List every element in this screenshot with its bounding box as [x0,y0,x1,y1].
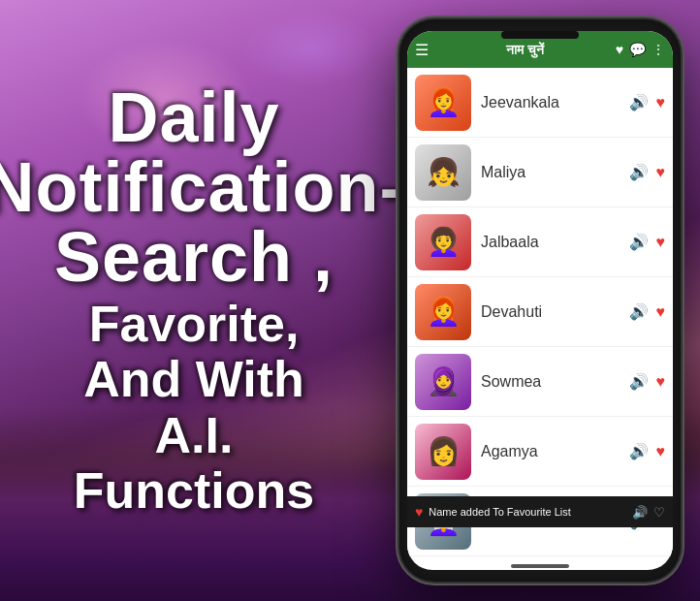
list-item[interactable]: 👩‍🦰 Jeevankala 🔊 ♥ [407,68,673,138]
headline-line3: Search , [54,218,334,296]
left-text-block: Daily Notification- Search , Favorite, A… [0,0,388,601]
headline: Daily Notification- Search , [0,82,403,292]
list-item[interactable]: 🧕 Sowmea 🔊 ♥ [407,347,673,417]
header-heart-icon[interactable]: ♥ [616,42,623,57]
sound-icon[interactable]: 🔊 [629,163,649,181]
subheadline: Favorite, And With A.I. Functions [74,297,314,519]
name-label: Sowmea [481,373,629,391]
name-list: 👩‍🦰 Jeevankala 🔊 ♥ 👧 Maliya 🔊 [407,68,673,556]
headline-line1: Daily [108,79,279,156]
list-item[interactable]: 👩‍🦰 Devahuti 🔊 ♥ [407,277,673,347]
sound-icon[interactable]: 🔊 [629,302,649,321]
heart-icon[interactable]: ♥ [656,234,666,251]
sound-icon[interactable]: 🔊 [629,233,649,251]
name-label: Devahuti [481,303,629,321]
toast-message: Name added To Favourite List [429,506,626,518]
name-label: Maliya [481,164,629,181]
heart-icon[interactable]: ♥ [656,164,666,181]
app-title: नाम चुनें [434,42,616,58]
list-item[interactable]: 👩 Agamya 🔊 ♥ [407,417,673,487]
subheadline-line4: Favorite, [89,296,300,352]
phone-screen: ☰ नाम चुनें ♥ 💬 ⋮ 👩‍🦰 Jeevankala 🔊 [407,31,673,570]
name-label: Jeevankala [481,94,629,111]
header-chat-icon[interactable]: 💬 [629,42,646,57]
phone-mockup: ☰ नाम चुनें ♥ 💬 ⋮ 👩‍🦰 Jeevankala 🔊 [399,19,681,582]
avatar: 👩‍🦰 [415,284,471,340]
item-actions: 🔊 ♥ [629,442,666,460]
heart-icon[interactable]: ♥ [656,303,666,321]
sound-icon[interactable]: 🔊 [629,372,649,391]
list-item[interactable]: 👧 Maliya 🔊 ♥ [407,138,673,207]
toast-fav-icon[interactable]: ♡ [653,505,665,520]
heart-icon[interactable]: ♥ [656,373,666,391]
item-actions: 🔊 ♥ [629,302,666,321]
avatar: 👩‍🦰 [415,75,471,131]
phone-home-bar [511,564,569,568]
subheadline-line7: Functions [74,462,314,519]
toast-heart-icon: ♥ [415,504,423,520]
avatar: 👧 [415,144,471,201]
heart-icon[interactable]: ♥ [656,443,666,460]
menu-icon[interactable]: ☰ [415,41,429,59]
sound-icon[interactable]: 🔊 [629,93,649,111]
item-actions: 🔊 ♥ [629,372,666,391]
subheadline-line5: And With [83,351,304,407]
item-actions: 🔊 ♥ [629,233,666,251]
avatar: 👩 [415,424,471,480]
item-actions: 🔊 ♥ [629,163,666,181]
name-label: Agamya [481,443,629,460]
phone-frame: ☰ नाम चुनें ♥ 💬 ⋮ 👩‍🦰 Jeevankala 🔊 [399,19,681,582]
name-label: Jalbaala [481,234,629,251]
toast-sound-icon[interactable]: 🔊 [632,505,648,520]
sound-icon[interactable]: 🔊 [629,442,649,460]
heart-icon[interactable]: ♥ [656,94,666,111]
header-icons: ♥ 💬 ⋮ [616,42,665,57]
phone-notch [501,31,579,39]
avatar: 👩‍🦱 [415,214,471,270]
subheadline-line6: A.I. [155,407,234,463]
header-more-icon[interactable]: ⋮ [652,42,665,57]
headline-line2: Notification- [0,148,403,226]
list-item[interactable]: 👩‍🦱 Jalbaala 🔊 ♥ [407,207,673,277]
toast-notification: ♥ Name added To Favourite List 🔊 ♡ [407,496,673,527]
item-actions: 🔊 ♥ [629,93,666,111]
avatar: 🧕 [415,354,471,410]
